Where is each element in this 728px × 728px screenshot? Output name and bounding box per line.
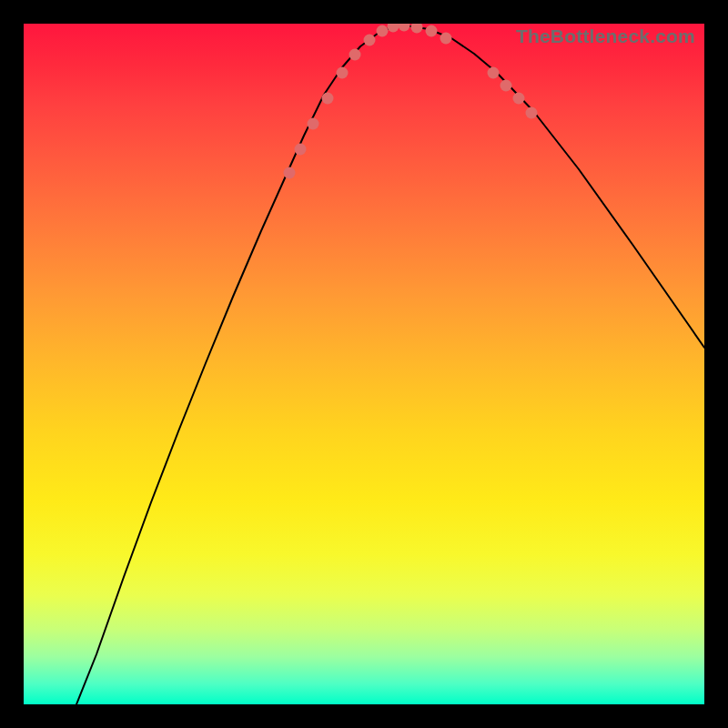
- data-dot: [377, 25, 389, 37]
- data-dot: [500, 80, 512, 92]
- curve-layer: [76, 25, 704, 704]
- chart-frame: TheBottleneck.com: [0, 0, 728, 728]
- data-dot: [526, 107, 538, 119]
- data-dot: [388, 24, 399, 33]
- data-dot: [284, 167, 296, 179]
- data-dot: [513, 93, 525, 105]
- plot-area: TheBottleneck.com: [24, 24, 704, 704]
- data-dot: [308, 118, 319, 130]
- data-dot: [411, 24, 423, 34]
- data-dot: [426, 25, 438, 37]
- data-dot: [295, 144, 307, 156]
- data-dot: [488, 67, 500, 79]
- data-dot: [399, 24, 410, 32]
- data-dot: [337, 67, 349, 79]
- data-dot: [322, 93, 334, 105]
- data-dot: [440, 33, 452, 45]
- data-dot: [349, 49, 361, 61]
- bottleneck-curve: [76, 25, 704, 704]
- chart-svg: [24, 24, 704, 704]
- data-dot: [364, 35, 376, 46]
